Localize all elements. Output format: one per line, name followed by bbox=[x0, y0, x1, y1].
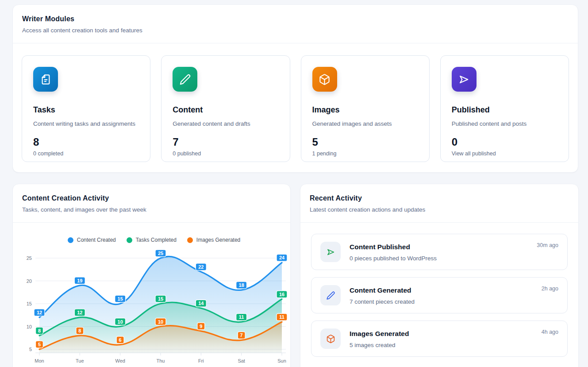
activity-item-images-generated[interactable]: Images Generated 5 images created 4h ago bbox=[311, 321, 568, 357]
card-title: Images bbox=[312, 105, 418, 115]
file-icon bbox=[33, 67, 58, 92]
svg-text:10: 10 bbox=[158, 319, 163, 325]
cube-icon bbox=[320, 328, 341, 349]
send-icon bbox=[320, 242, 341, 262]
svg-text:8: 8 bbox=[38, 328, 41, 333]
svg-text:Sat: Sat bbox=[238, 358, 245, 363]
svg-text:12: 12 bbox=[77, 310, 82, 315]
recent-activity-subtitle: Latest content creation actions and upda… bbox=[310, 206, 569, 213]
card-sub-label: 1 pending bbox=[312, 151, 418, 157]
content-creation-activity-panel: Content Creation Activity Tasks, content… bbox=[12, 184, 291, 367]
module-cards-row: Tasks Content writing tasks and assignme… bbox=[13, 43, 578, 174]
svg-text:7: 7 bbox=[240, 332, 243, 338]
recent-panel-header: Recent Activity Latest content creation … bbox=[300, 184, 578, 222]
chart-subtitle: Tasks, content, and images over the past… bbox=[22, 206, 281, 213]
activity-item-body: Images Generated 5 images created bbox=[350, 328, 409, 348]
svg-text:Tue: Tue bbox=[76, 358, 84, 363]
card-count: 5 bbox=[312, 136, 418, 148]
activity-item-timestamp: 4h ago bbox=[542, 329, 558, 335]
pencil-icon bbox=[173, 67, 197, 92]
module-card-content[interactable]: Content Generated content and drafts 7 0… bbox=[161, 55, 290, 162]
module-card-images[interactable]: Images Generated images and assets 5 1 p… bbox=[301, 55, 430, 162]
activity-item-description: 0 pieces published to WordPress bbox=[350, 255, 437, 262]
svg-text:6: 6 bbox=[119, 337, 122, 343]
legend-item[interactable]: Images Generated bbox=[187, 237, 240, 243]
chart-legend: Content CreatedTasks CompletedImages Gen… bbox=[19, 237, 289, 243]
svg-text:10: 10 bbox=[27, 324, 32, 329]
activity-item-description: 7 content pieces created bbox=[350, 298, 415, 305]
recent-activity-title: Recent Activity bbox=[310, 194, 569, 202]
card-sub-label: 0 published bbox=[173, 151, 278, 157]
card-description: Published content and posts bbox=[452, 120, 557, 127]
recent-activity-list: Content Published 0 pieces published to … bbox=[300, 223, 578, 367]
module-card-published[interactable]: Published Published content and posts 0 … bbox=[440, 55, 569, 162]
card-description: Generated images and assets bbox=[312, 120, 418, 127]
svg-text:15: 15 bbox=[118, 296, 123, 301]
activity-item-body: Content Published 0 pieces published to … bbox=[350, 242, 437, 262]
card-title: Content bbox=[173, 105, 278, 115]
activity-item-timestamp: 30m ago bbox=[537, 242, 558, 248]
activity-item-body: Content Generated 7 content pieces creat… bbox=[350, 285, 415, 305]
send-icon bbox=[452, 67, 477, 92]
card-title: Published bbox=[452, 105, 557, 115]
chart-title: Content Creation Activity bbox=[22, 194, 281, 202]
chart-panel-header: Content Creation Activity Tasks, content… bbox=[13, 184, 290, 222]
legend-item[interactable]: Content Created bbox=[68, 237, 116, 243]
svg-text:Wed: Wed bbox=[115, 358, 125, 363]
writer-modules-header: Writer Modules Access all content creati… bbox=[13, 5, 578, 43]
card-title: Tasks bbox=[33, 105, 139, 115]
card-description: Content writing tasks and assignments bbox=[33, 120, 139, 127]
module-card-tasks[interactable]: Tasks Content writing tasks and assignme… bbox=[22, 55, 150, 162]
recent-activity-panel: Recent Activity Latest content creation … bbox=[300, 184, 579, 367]
activity-item-timestamp: 2h ago bbox=[542, 286, 558, 292]
legend-item[interactable]: Tasks Completed bbox=[127, 237, 177, 243]
activity-item-content-published[interactable]: Content Published 0 pieces published to … bbox=[311, 234, 568, 270]
card-sub-label: 0 completed bbox=[33, 151, 139, 157]
svg-text:11: 11 bbox=[279, 314, 284, 320]
card-count: 7 bbox=[173, 136, 278, 148]
svg-text:16: 16 bbox=[279, 292, 284, 297]
svg-text:5: 5 bbox=[38, 342, 41, 347]
svg-text:19: 19 bbox=[77, 278, 82, 283]
card-count: 0 bbox=[452, 136, 557, 148]
svg-text:5: 5 bbox=[29, 347, 32, 352]
chart-area: Content CreatedTasks CompletedImages Gen… bbox=[13, 223, 290, 367]
page-title: Writer Modules bbox=[22, 15, 569, 23]
svg-text:15: 15 bbox=[158, 296, 163, 301]
svg-text:11: 11 bbox=[239, 314, 244, 320]
svg-text:12: 12 bbox=[37, 310, 42, 315]
activity-item-title: Images Generated bbox=[350, 330, 409, 338]
svg-text:Mon: Mon bbox=[35, 358, 44, 363]
svg-text:Sun: Sun bbox=[277, 358, 286, 363]
legend-dot bbox=[68, 237, 73, 243]
activity-item-description: 5 images created bbox=[350, 342, 409, 348]
svg-text:8: 8 bbox=[78, 328, 81, 333]
svg-text:22: 22 bbox=[198, 264, 204, 270]
activity-line-chart: 510152025MonTueWedThuFriSatSun1219152522… bbox=[19, 248, 289, 367]
svg-text:25: 25 bbox=[158, 251, 163, 256]
activity-item-title: Content Published bbox=[350, 243, 437, 251]
page-subtitle: Access all content creation tools and fe… bbox=[22, 27, 569, 34]
activity-item-title: Content Generated bbox=[350, 286, 415, 294]
svg-text:14: 14 bbox=[198, 301, 204, 306]
svg-text:24: 24 bbox=[279, 255, 285, 260]
svg-text:25: 25 bbox=[27, 255, 32, 261]
legend-dot bbox=[187, 237, 193, 243]
pencil-icon bbox=[320, 285, 341, 305]
card-sub-label: View all published bbox=[452, 151, 557, 157]
svg-text:Fri: Fri bbox=[198, 358, 204, 363]
svg-text:Thu: Thu bbox=[157, 358, 165, 363]
svg-text:20: 20 bbox=[27, 278, 32, 284]
svg-text:9: 9 bbox=[200, 324, 202, 329]
svg-text:15: 15 bbox=[27, 301, 32, 306]
writer-modules-panel: Writer Modules Access all content creati… bbox=[12, 4, 578, 173]
svg-text:18: 18 bbox=[239, 282, 244, 288]
cube-icon bbox=[312, 67, 337, 92]
card-description: Generated content and drafts bbox=[173, 120, 278, 127]
card-count: 8 bbox=[33, 136, 139, 148]
activity-item-content-generated[interactable]: Content Generated 7 content pieces creat… bbox=[311, 277, 568, 313]
svg-text:10: 10 bbox=[118, 319, 123, 325]
legend-dot bbox=[127, 237, 132, 243]
